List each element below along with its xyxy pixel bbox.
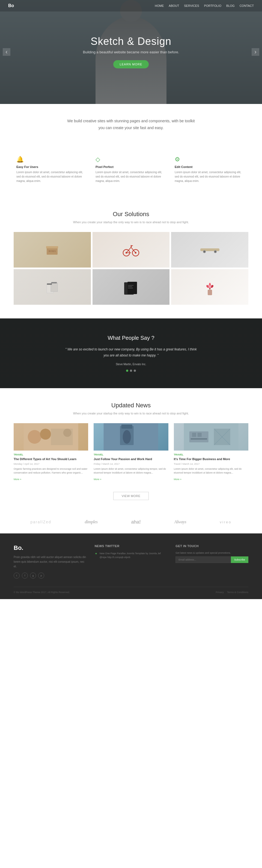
testimonial-dot-2[interactable] xyxy=(134,370,136,372)
feature-easy-title: Easy For Users xyxy=(16,165,87,168)
solution-item-2[interactable] xyxy=(171,232,248,268)
brand-logo-3: Always xyxy=(174,520,186,524)
solution-item-4[interactable] xyxy=(92,269,170,305)
news-title-2: It's Time For Bigger Business and More xyxy=(174,457,248,461)
svg-point-16 xyxy=(204,251,205,252)
footer-twitter-title: NEWS TWITTER xyxy=(95,545,167,548)
news-item-0: Travel The Different Types of Art You Sh… xyxy=(14,423,88,481)
solution-image-5 xyxy=(171,269,248,305)
nav-portfolio[interactable]: PORTFOLIO xyxy=(204,4,221,7)
brand-logo-0: parallZed xyxy=(30,520,51,524)
intro-section: We build creative sites with stunning pa… xyxy=(0,104,262,151)
hero-subtitle: Building a beautiful website became more… xyxy=(83,50,179,54)
nav-about[interactable]: ABOUT xyxy=(169,4,179,7)
solutions-grid: BOXES xyxy=(14,232,248,305)
testimonial-quote: " We are so excited to launch our new co… xyxy=(63,347,199,359)
intro-text: We build creative sites with stunning pa… xyxy=(66,118,196,131)
testimonial-author: Steve Martin, Envato Inc. xyxy=(63,363,199,366)
footer: Bo. Proin gravida nibh vel velit auctor … xyxy=(0,533,262,599)
brand-logo-2: aha! xyxy=(131,519,141,525)
footer-bottom: © Bo WordPress Theme 2017, All Rights Re… xyxy=(14,587,248,594)
brand-logo-1: dimples xyxy=(85,520,98,524)
view-more-button[interactable]: VIEW MORE xyxy=(113,492,149,500)
solution-image-0: BOXES xyxy=(14,232,91,268)
news-category-2: Travel xyxy=(174,453,248,456)
news-excerpt-1: Lorem ipsum dolor sit amet, consectetur … xyxy=(93,467,168,475)
solution-item-5[interactable] xyxy=(171,269,248,305)
news-section: Updated News When you create your startu… xyxy=(0,388,262,511)
pinterest-social-icon[interactable]: p xyxy=(38,572,44,579)
solution-item-0[interactable]: BOXES xyxy=(14,232,91,268)
svg-point-38 xyxy=(40,429,51,440)
footer-contact-title: GET IN TOUCH xyxy=(176,545,248,548)
svg-line-7 xyxy=(126,247,131,253)
svg-rect-26 xyxy=(128,288,133,288)
svg-rect-21 xyxy=(47,283,52,285)
twitter-social-icon[interactable]: t xyxy=(14,572,20,579)
nav-logo: Bo xyxy=(8,3,14,8)
footer-terms-link[interactable]: Terms & Conditions xyxy=(227,591,248,594)
tweet-icon: ✦ xyxy=(95,552,98,556)
news-item-2: Travel It's Time For Bigger Business and… xyxy=(174,423,248,481)
solution-item-3[interactable] xyxy=(14,269,91,305)
svg-point-37 xyxy=(28,430,41,444)
svg-rect-13 xyxy=(200,248,219,251)
hero-prev-arrow[interactable]: ‹ xyxy=(3,48,10,56)
testimonial-inner: What People Say ? " We are so excited to… xyxy=(63,335,199,371)
news-title-0: The Different Types of Art You Should Le… xyxy=(14,457,88,461)
feature-easy-text: Lorem ipsum dolor sit amet, consectetur … xyxy=(16,170,87,183)
solution-item-1[interactable] xyxy=(92,232,170,268)
hero-section: ‹ Sketch & Design Building a beautiful w… xyxy=(0,0,262,104)
footer-social: t f g p xyxy=(14,572,86,579)
feature-edit: ⚙ Edit Content Lorem ipsum dolor sit ame… xyxy=(175,156,246,183)
news-title-1: Just Follow Your Passion and Work Hard xyxy=(93,457,168,461)
svg-point-40 xyxy=(63,429,72,437)
nav-services[interactable]: SERVICES xyxy=(184,4,199,7)
svg-rect-25 xyxy=(128,286,132,287)
news-subtitle: When you create your startup the only wa… xyxy=(8,412,254,415)
google-social-icon[interactable]: g xyxy=(30,572,36,579)
feature-edit-text: Lorem ipsum dolor sit amet, consectetur … xyxy=(175,170,246,183)
svg-point-44 xyxy=(123,430,131,444)
news-thumb-1 xyxy=(93,423,168,451)
news-more-link-0[interactable]: More » xyxy=(14,478,21,480)
feature-edit-title: Edit Content xyxy=(175,165,246,168)
footer-subscribe-button[interactable]: Subscribe xyxy=(231,556,248,563)
hero-next-arrow[interactable]: › xyxy=(252,48,259,56)
footer-email-input[interactable] xyxy=(176,556,231,563)
nav-home[interactable]: HOME xyxy=(155,4,164,7)
news-image-2 xyxy=(174,423,248,451)
svg-rect-43 xyxy=(121,425,133,429)
svg-rect-48 xyxy=(197,433,201,437)
footer-grid: Bo. Proin gravida nibh vel velit auctor … xyxy=(14,545,248,579)
footer-brand-title: Bo. xyxy=(14,545,86,552)
flowers-icon xyxy=(202,278,218,296)
skateboard-icon xyxy=(199,246,221,254)
news-category-1: Travel xyxy=(93,453,168,456)
testimonial-section: What People Say ? " We are so excited to… xyxy=(0,318,262,388)
facebook-social-icon[interactable]: f xyxy=(22,572,28,579)
feature-easy: 🔔 Easy For Users Lorem ipsum dolor sit a… xyxy=(16,156,87,183)
svg-point-17 xyxy=(215,251,216,252)
testimonial-dot-1[interactable] xyxy=(130,370,132,372)
diamond-icon: ◇ xyxy=(96,156,166,163)
nav-blog[interactable]: BLOG xyxy=(226,4,235,7)
footer-privacy-link[interactable]: Privacy xyxy=(216,591,224,594)
solutions-section: Our Solutions When you create your start… xyxy=(0,197,262,318)
news-more-link-1[interactable]: More » xyxy=(93,478,101,480)
boxes-icon: BOXES xyxy=(44,243,60,257)
feature-pixel: ◇ Pixel Perfect Lorem ipsum dolor sit am… xyxy=(96,156,166,183)
news-thumb-2 xyxy=(174,423,248,451)
svg-rect-1 xyxy=(46,246,58,248)
news-more-link-2[interactable]: More » xyxy=(174,478,182,480)
nav-contact[interactable]: CONTACT xyxy=(239,4,254,7)
hero-learn-more-button[interactable]: LEARN MORE xyxy=(113,60,149,68)
tweet-text: New One Page Parallax Joomla Template by… xyxy=(100,552,167,559)
brands-section: parallZed dimples aha! Always vireo xyxy=(0,511,262,533)
footer-tweet: ✦ New One Page Parallax Joomla Template … xyxy=(95,552,167,559)
feature-pixel-title: Pixel Perfect xyxy=(96,165,166,168)
testimonial-dot-0[interactable] xyxy=(126,370,128,372)
hero-title: Sketch & Design xyxy=(83,36,179,47)
solutions-subtitle: When you create your startup the only wa… xyxy=(8,220,254,224)
news-date-0: Monday / April 14, 2017 xyxy=(14,463,88,465)
